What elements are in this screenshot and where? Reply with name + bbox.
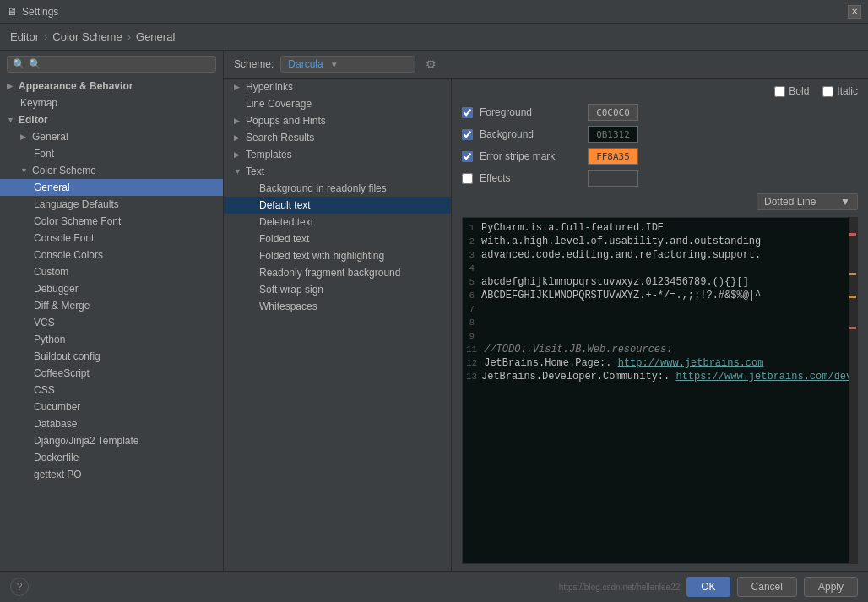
error-stripe-row: Error stripe mark FF8A35 — [462, 148, 858, 165]
scheme-row: Scheme: Darcula ▼ ⚙ — [224, 51, 868, 79]
effects-row: Effects — [462, 170, 858, 187]
window-title: Settings — [22, 6, 58, 18]
st-defaulttext[interactable]: Default text — [224, 197, 451, 214]
foreground-checkbox[interactable] — [462, 107, 473, 118]
st-deletedtext[interactable]: Deleted text — [224, 214, 451, 230]
error-stripe-checkbox[interactable] — [462, 151, 473, 162]
st-softwrap[interactable]: Soft wrap sign — [224, 281, 451, 298]
breadcrumb-editor[interactable]: Editor — [10, 30, 39, 43]
italic-checkbox-label[interactable]: Italic — [822, 85, 858, 97]
main-split: ▶ Hyperlinks Line Coverage ▶ Popups and … — [224, 79, 868, 571]
settings-tree: ▶ Hyperlinks Line Coverage ▶ Popups and … — [224, 79, 452, 571]
error-stripe-swatch[interactable]: FF8A35 — [588, 148, 638, 165]
code-line-5: 5 abcdefghijklmnopqrstuvwxyz.0123456789.… — [463, 275, 857, 289]
sidebar-item-appearance[interactable]: ▶ Appearance & Behavior — [0, 78, 223, 95]
background-checkbox[interactable] — [462, 129, 473, 140]
italic-checkbox[interactable] — [822, 86, 833, 97]
apply-button[interactable]: Apply — [804, 577, 858, 597]
effects-checkbox[interactable] — [462, 173, 473, 184]
scheme-value: Darcula — [288, 58, 323, 70]
code-link-13[interactable]: https://www.jetbrains.com/devnet — [675, 370, 858, 383]
st-linecoverage[interactable]: Line Coverage — [224, 95, 451, 112]
sidebar-item-consolefont[interactable]: Console Font — [0, 230, 223, 247]
sidebar-item-colorscheme[interactable]: ▼ Color Scheme — [0, 162, 223, 179]
help-button[interactable]: ? — [10, 578, 29, 596]
sidebar-item-font[interactable]: Font — [0, 145, 223, 162]
st-readonlyfrag[interactable]: Readonly fragment background — [224, 264, 451, 281]
scheme-select[interactable]: Darcula ▼ — [280, 56, 415, 73]
gear-button[interactable]: ⚙ — [422, 56, 440, 73]
sidebar-item-gettextpo[interactable]: gettext PO — [0, 466, 223, 483]
sidebar-item-general[interactable]: ▶ General — [0, 128, 223, 145]
sidebar-item-diffmerge[interactable]: Diff & Merge — [0, 297, 223, 314]
marker-red-2 — [849, 327, 856, 329]
st-foldedtexthigh[interactable]: Folded text with highlighting — [224, 247, 451, 264]
code-line-6: 6 ABCDEFGHIJKLMNOPQRSTUVWXYZ.+-*/=.,;:!?… — [463, 289, 857, 302]
sidebar-item-debugger[interactable]: Debugger — [0, 280, 223, 297]
bold-checkbox-label[interactable]: Bold — [774, 85, 809, 97]
sidebar-item-buildout[interactable]: Buildout config — [0, 348, 223, 365]
sidebar-item-vcs[interactable]: VCS — [0, 314, 223, 331]
effects-type-label: Dotted Line — [764, 196, 816, 208]
sidebar-item-python[interactable]: Python — [0, 331, 223, 348]
sidebar-item-cucumber[interactable]: Cucumber — [0, 399, 223, 415]
code-text-12: JetBrains.Home.Page:. — [484, 356, 617, 370]
right-panel: Scheme: Darcula ▼ ⚙ ▶ Hyperlinks — [224, 51, 868, 571]
marker-orange-2 — [849, 296, 856, 298]
sidebar-item-django[interactable]: Django/Jinja2 Template — [0, 432, 223, 449]
sidebar-item-database[interactable]: Database — [0, 415, 223, 432]
code-text-5: abcdefghijklmnopqrstuvwxyz.0123456789.()… — [481, 275, 749, 289]
search-box[interactable]: 🔍 — [7, 56, 216, 73]
st-text[interactable]: ▼ Text — [224, 163, 451, 180]
bottom-row: ? https://blog.csdn.net/hellenlee22 OK C… — [0, 571, 868, 602]
sidebar-item-custom[interactable]: Custom — [0, 263, 223, 280]
sidebar-item-coffeescript[interactable]: CoffeeScript — [0, 365, 223, 382]
watermark: https://blog.csdn.net/hellenlee22 — [559, 583, 680, 592]
marker-red — [849, 233, 856, 236]
arrow-appearance: ▶ — [7, 82, 15, 90]
foreground-label: Foreground — [480, 106, 581, 118]
breadcrumb-colorscheme[interactable]: Color Scheme — [52, 30, 122, 43]
code-line-2: 2 with.a.high.level.of.usability.and.out… — [463, 235, 857, 248]
st-bgreadonly[interactable]: Background in readonly files — [224, 180, 451, 197]
sidebar-item-consolecolors[interactable]: Console Colors — [0, 247, 223, 263]
code-line-4: 4 — [463, 262, 857, 275]
code-link-12[interactable]: http://www.jetbrains.com — [618, 356, 764, 370]
bold-checkbox[interactable] — [774, 86, 785, 97]
sidebar-item-css[interactable]: CSS — [0, 382, 223, 399]
arrow-colorscheme: ▼ — [20, 166, 29, 175]
background-swatch[interactable]: 0B1312 — [588, 126, 638, 143]
sidebar-item-colorschemefont[interactable]: Color Scheme Font — [0, 213, 223, 230]
search-input[interactable] — [29, 58, 210, 70]
sidebar-item-dockerfile[interactable]: Dockerfile — [0, 449, 223, 466]
st-templates[interactable]: ▶ Templates — [224, 146, 451, 163]
ok-button[interactable]: OK — [686, 577, 730, 597]
st-hyperlinks[interactable]: ▶ Hyperlinks — [224, 79, 451, 95]
st-popupsandhints[interactable]: ▶ Popups and Hints — [224, 112, 451, 129]
sidebar-item-editor[interactable]: ▼ Editor — [0, 111, 223, 128]
st-whitespaces[interactable]: Whitespaces — [224, 298, 451, 315]
effects-swatch[interactable] — [588, 170, 638, 187]
sidebar-item-general2[interactable]: General — [0, 179, 223, 196]
close-button[interactable]: ✕ — [848, 5, 861, 19]
code-line-8: 8 — [463, 316, 857, 329]
breadcrumb: Editor › Color Scheme › General — [0, 24, 868, 51]
st-searchresults[interactable]: ▶ Search Results — [224, 129, 451, 146]
sidebar-item-langdefaults[interactable]: Language Defaults — [0, 196, 223, 213]
bold-label: Bold — [789, 85, 809, 97]
right-markers — [849, 218, 857, 563]
arrow-general: ▶ — [20, 133, 29, 141]
effects-type-dropdown[interactable]: Dotted Line ▼ — [757, 193, 858, 210]
sidebar: 🔍 ▶ Appearance & Behavior Keymap ▼ Edito… — [0, 51, 224, 571]
background-row: Background 0B1312 — [462, 126, 858, 143]
arrow-editor: ▼ — [7, 116, 15, 124]
code-line-1: 1 PyCharm.is.a.full-featured.IDE — [463, 221, 857, 235]
preview-area: 1 PyCharm.is.a.full-featured.IDE 2 with.… — [462, 217, 858, 564]
cancel-button[interactable]: Cancel — [737, 577, 797, 597]
breadcrumb-general[interactable]: General — [136, 30, 175, 43]
foreground-swatch[interactable]: C0C0C0 — [588, 104, 638, 121]
code-text-6: ABCDEFGHIJKLMNOPQRSTUVWXYZ.+-*/=.,;:!?.#… — [481, 289, 761, 302]
st-foldedtext[interactable]: Folded text — [224, 230, 451, 247]
sidebar-item-keymap[interactable]: Keymap — [0, 95, 223, 111]
arrow-searchresults: ▶ — [234, 133, 242, 142]
